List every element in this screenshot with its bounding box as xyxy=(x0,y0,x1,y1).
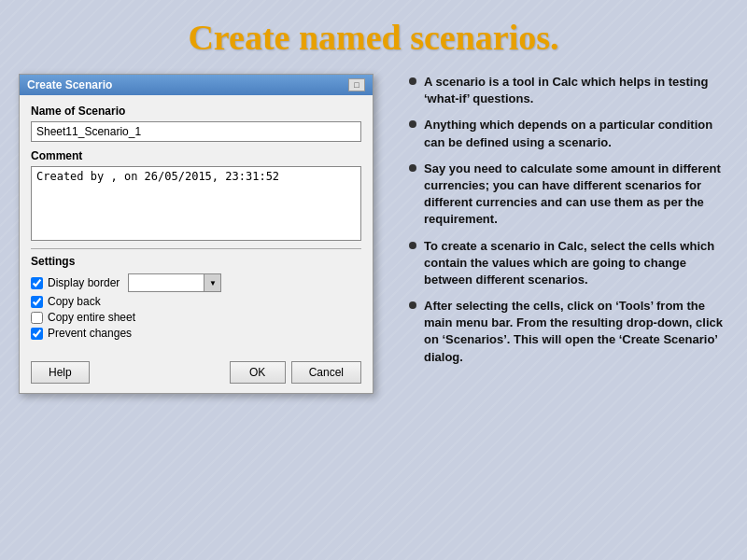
bullet-text-3: Say you need to calculate some amount in… xyxy=(424,161,728,229)
cancel-button[interactable]: Cancel xyxy=(291,361,361,384)
copy-back-label: Copy back xyxy=(48,295,101,308)
bullets-panel: A scenario is a tool in Calc which helps… xyxy=(409,69,728,554)
copy-entire-sheet-label: Copy entire sheet xyxy=(48,311,135,324)
bullet-item-5: After selecting the cells, click on ‘Too… xyxy=(409,298,728,366)
display-border-row: Display border ▼ xyxy=(31,273,361,292)
dialog-title: Create Scenario xyxy=(27,78,112,91)
page-title: Create named scenarios. xyxy=(0,0,747,69)
dialog-buttons: Help OK Cancel xyxy=(20,352,373,393)
dialog-box: Create Scenario □ Name of Scenario Comme… xyxy=(19,74,374,394)
bullet-text-2: Anything which depends on a particular c… xyxy=(424,117,728,150)
prevent-changes-checkbox[interactable] xyxy=(31,328,43,340)
copy-entire-sheet-row: Copy entire sheet xyxy=(31,311,361,324)
content-area: Create Scenario □ Name of Scenario Comme… xyxy=(0,69,747,554)
comment-textarea[interactable]: Created by , on 26/05/2015, 23:31:52 xyxy=(31,166,361,241)
bullet-text-4: To create a scenario in Calc, select the… xyxy=(424,238,728,289)
comment-label: Comment xyxy=(31,149,361,162)
bullet-item-2: Anything which depends on a particular c… xyxy=(409,117,728,150)
border-color-dropdown[interactable]: ▼ xyxy=(128,273,221,292)
prevent-changes-row: Prevent changes xyxy=(31,327,361,340)
bullet-dot-2 xyxy=(409,120,416,128)
bullet-text-1: A scenario is a tool in Calc which helps… xyxy=(424,74,728,107)
display-border-checkbox[interactable] xyxy=(31,277,43,289)
bullet-dot-1 xyxy=(409,77,416,85)
help-button[interactable]: Help xyxy=(31,361,90,384)
bullet-item-4: To create a scenario in Calc, select the… xyxy=(409,238,728,289)
bullet-text-5: After selecting the cells, click on ‘Too… xyxy=(424,298,728,366)
scenario-name-input[interactable] xyxy=(31,121,361,142)
ok-button[interactable]: OK xyxy=(230,361,286,384)
bullet-item-3: Say you need to calculate some amount in… xyxy=(409,161,728,229)
copy-back-checkbox[interactable] xyxy=(31,296,43,308)
dropdown-arrow-icon[interactable]: ▼ xyxy=(204,274,220,291)
dialog-body: Name of Scenario Comment Created by , on… xyxy=(20,95,373,352)
dialog-titlebar: Create Scenario □ xyxy=(20,75,373,95)
display-border-label: Display border xyxy=(48,276,120,289)
dialog-container: Create Scenario □ Name of Scenario Comme… xyxy=(19,69,392,554)
name-label: Name of Scenario xyxy=(31,105,361,118)
bullet-item-1: A scenario is a tool in Calc which helps… xyxy=(409,74,728,107)
dialog-close-button[interactable]: □ xyxy=(348,78,365,91)
bullet-dot-5 xyxy=(409,301,416,309)
settings-label: Settings xyxy=(31,248,361,268)
copy-entire-sheet-checkbox[interactable] xyxy=(31,312,43,324)
bullet-dot-4 xyxy=(409,242,416,249)
close-icon: □ xyxy=(354,80,359,90)
bullet-dot-3 xyxy=(409,164,416,172)
page: Create named scenarios. Create Scenario … xyxy=(0,0,747,554)
prevent-changes-label: Prevent changes xyxy=(48,327,132,340)
copy-back-row: Copy back xyxy=(31,295,361,308)
